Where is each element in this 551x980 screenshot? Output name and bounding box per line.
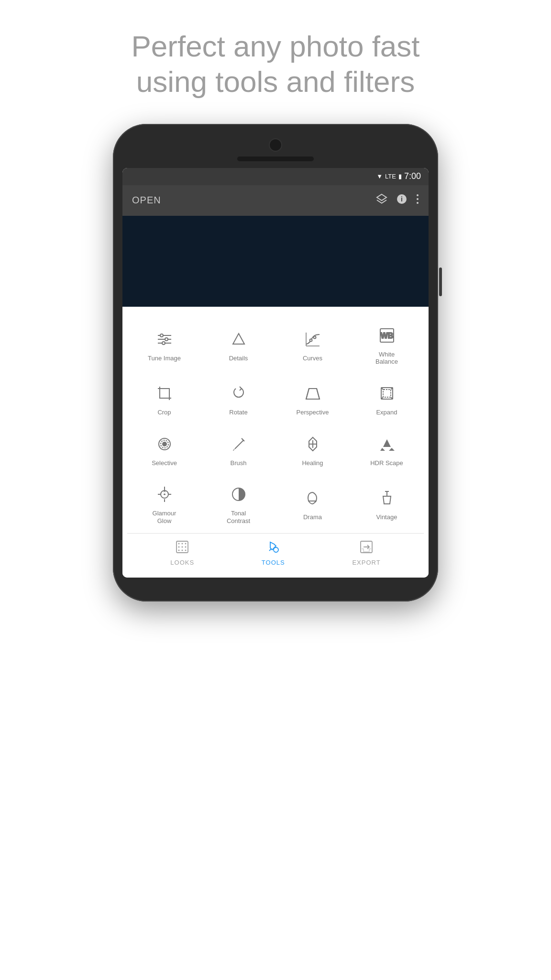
rotate-label: Rotate bbox=[229, 409, 247, 416]
status-bar: ▼ LTE ▮ 7:00 bbox=[122, 168, 429, 185]
svg-point-5 bbox=[417, 202, 419, 204]
phone-mockup: ▼ LTE ▮ 7:00 OPEN bbox=[113, 124, 438, 913]
nav-export[interactable]: EXPORT bbox=[352, 540, 380, 566]
curves-label: Curves bbox=[303, 355, 322, 362]
looks-nav-label: LOOKS bbox=[170, 559, 194, 566]
nav-looks[interactable]: LOOKS bbox=[170, 540, 194, 566]
tool-selective[interactable]: Selective bbox=[127, 425, 201, 476]
selective-icon bbox=[154, 434, 175, 455]
glamour-glow-icon bbox=[154, 484, 175, 505]
photo-area bbox=[122, 216, 429, 307]
svg-point-51 bbox=[178, 543, 180, 545]
tool-perspective[interactable]: Perspective bbox=[276, 374, 350, 425]
tool-curves[interactable]: Curves bbox=[276, 316, 350, 374]
tools-panel: Tune Image Details bbox=[122, 307, 429, 578]
phone-speaker bbox=[237, 156, 314, 161]
tool-healing[interactable]: Healing bbox=[276, 425, 350, 476]
svg-point-15 bbox=[309, 339, 312, 341]
svg-point-60 bbox=[274, 547, 278, 552]
phone-camera bbox=[269, 138, 282, 152]
svg-point-9 bbox=[160, 334, 163, 337]
svg-line-32 bbox=[235, 440, 243, 449]
app-header: OPEN i bbox=[122, 185, 429, 216]
tune-image-label: Tune Image bbox=[148, 355, 181, 362]
glamour-glow-label: GlamourGlow bbox=[153, 510, 176, 524]
white-balance-label: WhiteBalance bbox=[375, 351, 398, 366]
svg-rect-24 bbox=[383, 390, 391, 397]
status-time: 7:00 bbox=[404, 171, 421, 181]
svg-point-53 bbox=[185, 543, 187, 545]
tool-details[interactable]: Details bbox=[201, 316, 276, 374]
tool-vintage[interactable]: Vintage bbox=[350, 475, 424, 533]
details-icon bbox=[228, 329, 249, 350]
brush-label: Brush bbox=[231, 459, 247, 467]
rotate-icon bbox=[228, 383, 249, 404]
svg-point-30 bbox=[163, 442, 166, 446]
vintage-label: Vintage bbox=[376, 513, 397, 521]
svg-point-58 bbox=[182, 550, 183, 551]
curves-icon bbox=[302, 329, 323, 350]
tool-tune-image[interactable]: Tune Image bbox=[127, 316, 201, 374]
tool-hdr-scape[interactable]: HDR Scape bbox=[350, 425, 424, 476]
tool-expand[interactable]: Expand bbox=[350, 374, 424, 425]
looks-nav-icon bbox=[176, 540, 189, 557]
healing-label: Healing bbox=[302, 459, 323, 467]
wifi-icon: ▼ bbox=[376, 173, 383, 180]
crop-icon bbox=[154, 383, 175, 404]
info-icon[interactable]: i bbox=[396, 193, 408, 208]
tool-brush[interactable]: Brush bbox=[201, 425, 276, 476]
tool-glamour-glow[interactable]: GlamourGlow bbox=[127, 475, 201, 533]
svg-marker-38 bbox=[380, 448, 385, 451]
nav-tools[interactable]: TOOLS bbox=[262, 540, 285, 566]
tools-grid: Tune Image Details bbox=[127, 316, 424, 534]
perspective-icon bbox=[302, 383, 323, 404]
open-button[interactable]: OPEN bbox=[132, 195, 161, 206]
phone-home-area bbox=[122, 578, 429, 587]
tools-nav-label: TOOLS bbox=[262, 559, 285, 566]
svg-line-22 bbox=[317, 389, 320, 399]
vintage-icon bbox=[376, 488, 397, 509]
svg-point-57 bbox=[178, 550, 180, 551]
details-label: Details bbox=[229, 355, 248, 362]
svg-point-3 bbox=[417, 194, 419, 196]
tonal-contrast-icon bbox=[228, 484, 249, 505]
headline: Perfect any photo fast using tools and f… bbox=[93, 29, 458, 100]
crop-label: Crop bbox=[157, 409, 171, 416]
healing-icon bbox=[302, 434, 323, 455]
svg-marker-12 bbox=[233, 334, 244, 344]
brush-icon bbox=[228, 434, 249, 455]
svg-text:i: i bbox=[401, 195, 403, 203]
expand-icon bbox=[376, 383, 397, 404]
hdr-scape-label: HDR Scape bbox=[370, 459, 403, 467]
layers-icon[interactable] bbox=[376, 193, 387, 208]
export-nav-label: EXPORT bbox=[352, 559, 380, 566]
svg-point-55 bbox=[182, 546, 183, 548]
tool-crop[interactable]: Crop bbox=[127, 374, 201, 425]
drama-label: Drama bbox=[303, 513, 322, 521]
svg-point-56 bbox=[185, 546, 187, 548]
tool-white-balance[interactable]: WB WhiteBalance bbox=[350, 316, 424, 374]
white-balance-icon: WB bbox=[376, 325, 397, 346]
header-icons: i bbox=[376, 193, 419, 208]
tool-rotate[interactable]: Rotate bbox=[201, 374, 276, 425]
expand-label: Expand bbox=[376, 409, 397, 416]
bottom-nav: LOOKS TOOLS bbox=[127, 533, 424, 573]
export-nav-icon bbox=[360, 540, 373, 557]
svg-point-11 bbox=[162, 342, 165, 345]
svg-text:WB: WB bbox=[380, 332, 393, 340]
hdr-scape-icon bbox=[376, 434, 397, 455]
more-icon[interactable] bbox=[416, 193, 419, 208]
svg-rect-19 bbox=[160, 389, 169, 398]
svg-point-16 bbox=[313, 336, 316, 338]
side-button bbox=[439, 267, 442, 296]
phone-screen: ▼ LTE ▮ 7:00 OPEN bbox=[122, 168, 429, 578]
svg-point-4 bbox=[417, 198, 419, 200]
tool-drama[interactable]: Drama bbox=[276, 475, 350, 533]
drama-icon bbox=[302, 488, 323, 509]
svg-marker-37 bbox=[383, 439, 391, 447]
tool-tonal-contrast[interactable]: TonalContrast bbox=[201, 475, 276, 533]
status-icons: ▼ LTE ▮ 7:00 bbox=[376, 171, 421, 181]
perspective-label: Perspective bbox=[297, 409, 329, 416]
lte-icon: LTE bbox=[385, 173, 396, 180]
svg-point-52 bbox=[182, 543, 183, 545]
